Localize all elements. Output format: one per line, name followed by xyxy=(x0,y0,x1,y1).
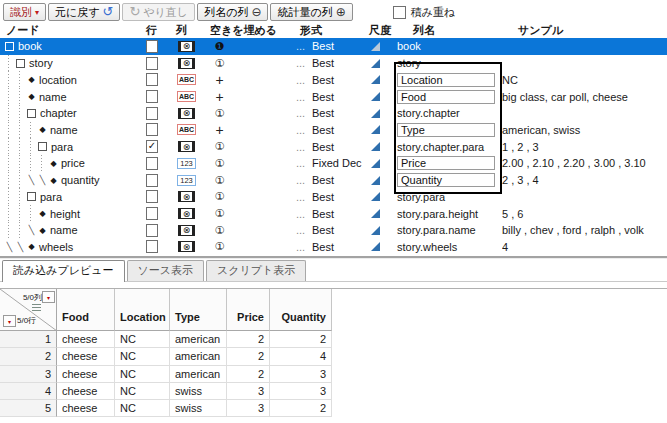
excluded-column-icon[interactable]: ⊗ xyxy=(178,225,195,236)
format-ellipsis[interactable]: ... xyxy=(296,155,305,172)
format-ellipsis[interactable]: ... xyxy=(296,239,305,256)
row-checkbox[interactable] xyxy=(146,107,158,120)
row-checkbox[interactable] xyxy=(146,123,158,136)
tab-source-view[interactable]: ソース表示 xyxy=(127,260,205,281)
tree-row-name[interactable]: ╲◆name⊗①...Beststory.para.namebilly , ch… xyxy=(0,222,667,239)
column-name-column-button[interactable]: 列名の列 ⊖ xyxy=(197,3,268,21)
continuous-scale-icon[interactable] xyxy=(371,109,380,118)
continuous-scale-icon[interactable] xyxy=(371,42,380,51)
identify-button[interactable]: 識別 ▾ xyxy=(3,3,46,21)
leaf-node-icon[interactable]: ◆ xyxy=(48,176,59,185)
fill-gaps-icon[interactable]: ① xyxy=(211,205,228,222)
leaf-node-icon[interactable]: ◆ xyxy=(37,125,48,134)
fill-gaps-icon[interactable]: + xyxy=(211,88,228,105)
row-checkbox[interactable]: ✓ xyxy=(146,140,158,153)
column-list-icon[interactable] xyxy=(32,304,41,312)
column-header-quantity[interactable]: Quantity xyxy=(270,289,332,331)
colname-input[interactable]: Food xyxy=(397,90,495,104)
row-checkbox[interactable] xyxy=(146,240,158,253)
format-value[interactable]: Best xyxy=(312,122,369,139)
fill-gaps-icon[interactable]: ① xyxy=(211,138,228,155)
format-value[interactable]: Best xyxy=(312,138,369,155)
row-checkbox[interactable] xyxy=(146,224,158,237)
tab-script-view[interactable]: スクリプト表示 xyxy=(206,260,306,281)
tree-row-story[interactable]: story⊗①...Beststory xyxy=(0,55,667,72)
continuous-scale-icon[interactable] xyxy=(371,176,380,185)
character-column-icon[interactable]: ABC xyxy=(177,124,196,135)
tree-row-para[interactable]: para⊗①...Beststory.para xyxy=(0,188,667,205)
continuous-scale-icon[interactable] xyxy=(371,242,380,251)
column-header-type[interactable]: Type xyxy=(170,289,227,331)
row-checkbox[interactable] xyxy=(146,40,158,53)
format-ellipsis[interactable]: ... xyxy=(296,205,305,222)
row-checkbox[interactable] xyxy=(146,57,158,70)
redo-button[interactable]: ↻ やり直し xyxy=(122,3,195,21)
tree-row-name[interactable]: ◆nameABC+...BestTypeamerican, swiss xyxy=(0,122,667,139)
numeric-column-icon[interactable]: 123 xyxy=(177,175,196,186)
container-node-icon[interactable] xyxy=(16,59,25,68)
rows-menu-button[interactable]: ▾ xyxy=(3,315,16,327)
format-ellipsis[interactable]: ... xyxy=(296,88,305,105)
continuous-scale-icon[interactable] xyxy=(371,209,380,218)
tree-row-book[interactable]: book⊗❶...Bestbook xyxy=(0,38,667,55)
continuous-scale-icon[interactable] xyxy=(371,192,380,201)
fill-gaps-icon[interactable]: ① xyxy=(211,188,228,205)
format-ellipsis[interactable]: ... xyxy=(296,122,305,139)
leaf-node-icon[interactable]: ◆ xyxy=(37,209,48,218)
continuous-scale-icon[interactable] xyxy=(371,75,380,84)
tree-row-price[interactable]: ◆price123①...Fixed DecPrice2.00 , 2.10 ,… xyxy=(0,155,667,172)
format-ellipsis[interactable]: ... xyxy=(296,38,305,55)
tab-import-preview[interactable]: 読み込みプレビュー xyxy=(2,260,125,282)
format-value[interactable]: Fixed Dec xyxy=(312,155,369,172)
row-checkbox[interactable] xyxy=(146,190,158,203)
excluded-column-icon[interactable]: ⊗ xyxy=(178,208,195,219)
fill-gaps-icon[interactable]: ① xyxy=(211,155,228,172)
excluded-column-icon[interactable]: ⊗ xyxy=(178,41,195,52)
colname-input[interactable]: Location xyxy=(397,73,495,87)
container-node-icon[interactable] xyxy=(27,192,36,201)
tree-row-quantity[interactable]: ╲╲◆quantity123①...BestQuantity2 , 3 , 4 xyxy=(0,172,667,189)
excluded-column-icon[interactable]: ⊗ xyxy=(178,191,195,202)
fill-gaps-icon[interactable]: ① xyxy=(211,172,228,189)
format-value[interactable]: Best xyxy=(312,38,369,55)
tree-row-height[interactable]: ◆height⊗①...Beststory.para.height5 , 6 xyxy=(0,205,667,222)
leaf-node-icon[interactable]: ◆ xyxy=(37,226,48,235)
continuous-scale-icon[interactable] xyxy=(371,226,380,235)
character-column-icon[interactable]: ABC xyxy=(177,74,196,85)
excluded-column-icon[interactable]: ⊗ xyxy=(178,241,195,252)
column-header-price[interactable]: Price xyxy=(227,289,270,331)
colname-input[interactable]: Type xyxy=(397,123,495,137)
fill-gaps-icon[interactable]: + xyxy=(211,122,228,139)
format-value[interactable]: Best xyxy=(312,88,369,105)
format-ellipsis[interactable]: ... xyxy=(296,71,305,88)
container-node-icon[interactable] xyxy=(5,42,14,51)
format-value[interactable]: Best xyxy=(312,71,369,88)
format-value[interactable]: Best xyxy=(312,55,369,72)
fill-gaps-icon[interactable]: ❶ xyxy=(211,38,228,55)
columns-menu-button[interactable]: ▾ xyxy=(42,291,55,303)
undo-button[interactable]: 元に戻す ↺ xyxy=(48,3,120,21)
format-value[interactable]: Best xyxy=(312,105,369,122)
format-ellipsis[interactable]: ... xyxy=(296,172,305,189)
stack-checkbox[interactable] xyxy=(393,6,406,19)
colname-input[interactable]: Quantity xyxy=(397,173,495,187)
format-value[interactable]: Best xyxy=(312,222,369,239)
format-ellipsis[interactable]: ... xyxy=(296,138,305,155)
continuous-scale-icon[interactable] xyxy=(371,125,380,134)
fill-gaps-icon[interactable]: ① xyxy=(211,105,228,122)
format-ellipsis[interactable]: ... xyxy=(296,105,305,122)
leaf-node-icon[interactable]: ◆ xyxy=(48,159,59,168)
row-checkbox[interactable] xyxy=(146,174,158,187)
row-checkbox[interactable] xyxy=(146,73,158,86)
fill-gaps-icon[interactable]: + xyxy=(211,71,228,88)
continuous-scale-icon[interactable] xyxy=(371,159,380,168)
character-column-icon[interactable]: ABC xyxy=(177,91,196,102)
format-ellipsis[interactable]: ... xyxy=(296,222,305,239)
column-header-location[interactable]: Location xyxy=(115,289,170,331)
fill-gaps-icon[interactable]: ① xyxy=(211,239,228,256)
format-value[interactable]: Best xyxy=(312,188,369,205)
format-ellipsis[interactable]: ... xyxy=(296,55,305,72)
tree-row-para[interactable]: para✓⊗①...Beststory.chapter.para1 , 2 , … xyxy=(0,138,667,155)
excluded-column-icon[interactable]: ⊗ xyxy=(178,108,195,119)
row-checkbox[interactable] xyxy=(146,157,158,170)
